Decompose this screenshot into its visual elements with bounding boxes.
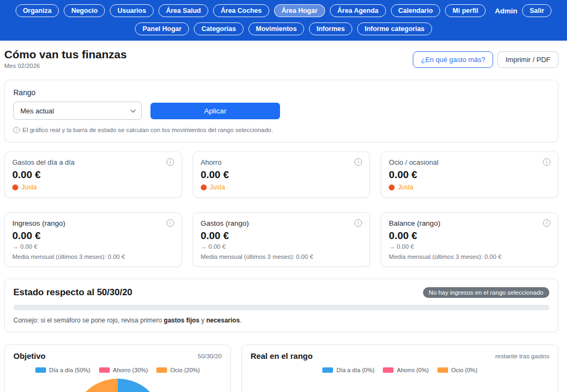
legend-item-ahorro[interactable]: Ahorro (0%) [383, 367, 428, 373]
legend-item-ocio[interactable]: Ocio (0%) [437, 367, 478, 373]
card-value: 0.00 € [201, 169, 362, 181]
objetivo-legend: Día a día (50%) Ahorro (30%) Ocio (20%) [13, 367, 222, 373]
subnav-movimientos[interactable]: Movimientos [248, 22, 304, 35]
legend-item-ocio[interactable]: Ocio (20%) [156, 367, 200, 373]
nav-item-mi-perfil[interactable]: Mi perfil [445, 4, 486, 17]
legend-label: Día a día (50%) [49, 367, 90, 373]
legend-label: Ahorro (30%) [113, 367, 148, 373]
range-select-value: Mes actual [20, 107, 54, 115]
card-gastos-dia: Gastos del día a día i 0.00 € Justa [4, 151, 182, 198]
card-value: 0.00 € [12, 169, 174, 181]
card-ocio: Ocio / ocasional i 0.00 € Justa [381, 151, 558, 198]
consejo-bold: necesarios [206, 317, 240, 324]
card-secondary-value: → 0.00 € [201, 243, 362, 250]
legend-swatch-orange [156, 367, 167, 373]
objetivo-donut [72, 379, 163, 392]
card-balance-rango: Balance (rango) i 0.00 € → 0.00 € Media … [381, 212, 558, 267]
real-title: Real en el rango [251, 351, 313, 360]
card-title: Balance (rango) [389, 219, 440, 227]
info-icon[interactable]: i [354, 219, 362, 227]
legend-swatch-pink [99, 367, 110, 373]
status-dot-icon [201, 185, 207, 190]
real-card: Real en el rango restante tras gastos Dí… [241, 344, 558, 392]
main-nav: Organiza Negocio Usuarios Área Salud Áre… [0, 0, 567, 20]
consejo-text: Consejo: si el semáforo se pone rojo, re… [13, 317, 164, 324]
card-title: Ocio / ocasional [389, 158, 439, 166]
nav-item-calendario[interactable]: Calendario [391, 4, 441, 17]
nav-item-area-agenda[interactable]: Área Agenda [330, 4, 386, 17]
nav-item-area-coches[interactable]: Área Coches [213, 4, 269, 17]
subnav-categorias[interactable]: Categorias [194, 22, 244, 35]
user-name-label: Admin [495, 7, 517, 15]
subnav-panel-hogar[interactable]: Panel Hogar [135, 22, 189, 35]
subnav-informes[interactable]: Informes [309, 22, 352, 35]
card-value: 0.00 € [389, 169, 550, 181]
nav-item-usuarios[interactable]: Usuarios [110, 4, 154, 17]
info-icon[interactable]: i [543, 158, 550, 166]
status-label: Justa [210, 183, 225, 191]
nav-item-organiza[interactable]: Organiza [16, 4, 59, 17]
nav-item-area-hogar[interactable]: Área Hogar [274, 4, 325, 17]
info-icon[interactable]: i [167, 158, 174, 166]
card-value: 0.00 € [201, 230, 362, 242]
estado-badge: No hay ingresos en el rango seleccionado [423, 287, 549, 298]
card-value: 0.00 € [12, 230, 174, 242]
legend-label: Ocio (20%) [170, 367, 200, 373]
card-value: 0.00 € [389, 230, 550, 242]
estado-card: Estado respecto al 50/30/20 No hay ingre… [4, 279, 558, 332]
legend-item-dia[interactable]: Día a día (0%) [322, 367, 374, 373]
legend-label: Ahorro (0%) [397, 367, 428, 373]
chevron-down-icon [131, 107, 136, 112]
legend-item-ahorro[interactable]: Ahorro (30%) [99, 367, 148, 373]
rango-help-text: El gráfico real y la barra de estado se … [22, 127, 273, 133]
logout-button[interactable]: Salir [522, 4, 551, 17]
rango-label: Rango [13, 88, 549, 97]
estado-consejo: Consejo: si el semáforo se pone rojo, re… [13, 317, 549, 324]
legend-label: Ocio (0%) [451, 367, 478, 373]
card-title: Gastos (rango) [201, 219, 249, 227]
card-media-text: Media mensual (últimos 3 meses): 0.00 € [389, 253, 550, 260]
info-icon: i [13, 127, 20, 133]
card-secondary-value: → 0.00 € [389, 243, 550, 250]
gasto-mas-button[interactable]: ¿En qué gasto más? [413, 51, 493, 68]
card-gastos-rango: Gastos (rango) i 0.00 € → 0.00 € Media m… [193, 212, 371, 267]
status-dot-icon [12, 185, 18, 190]
legend-item-dia[interactable]: Día a día (50%) [35, 367, 90, 373]
card-ingresos-rango: Ingresos (rango) i 0.00 € → 0.00 € Media… [4, 212, 182, 267]
top-navbar: Organiza Negocio Usuarios Área Salud Áre… [0, 0, 567, 41]
estado-title: Estado respecto al 50/30/20 [13, 287, 132, 298]
print-pdf-button[interactable]: Imprimir / PDF [497, 51, 558, 68]
card-title: Gastos del día a día [12, 158, 74, 166]
page-header: Cómo van tus finanzas Mes 02/2026 ¿En qu… [4, 48, 558, 69]
rango-help: i El gráfico real y la barra de estado s… [13, 127, 549, 133]
info-icon[interactable]: i [354, 158, 362, 166]
nav-item-negocio[interactable]: Negocio [64, 4, 105, 17]
sub-nav: Panel Hogar Categorias Movimientos Infor… [0, 20, 567, 41]
estado-progress-bar [13, 305, 549, 310]
legend-swatch-blue [35, 367, 46, 373]
objetivo-title: Objetivo [13, 351, 46, 360]
status-label: Justa [398, 183, 413, 191]
card-media-text: Media mensual (últimos 3 meses): 0.00 € [201, 253, 362, 260]
card-media-text: Media mensual (últimos 3 meses): 0.00 € [12, 253, 174, 260]
subnav-informe-categorias[interactable]: Informe categorias [357, 22, 432, 35]
legend-label: Día a día (0%) [336, 367, 374, 373]
real-note: restante tras gastos [495, 353, 549, 359]
nav-item-area-salud[interactable]: Área Salud [158, 4, 208, 17]
apply-button[interactable]: Aplicar [150, 103, 280, 119]
consejo-bold: gastos fijos [164, 317, 200, 324]
legend-swatch-orange [437, 367, 448, 373]
main-content: Cómo van tus finanzas Mes 02/2026 ¿En qu… [0, 48, 567, 392]
card-secondary-value: → 0.00 € [12, 243, 174, 250]
range-cards-row: Ingresos (rango) i 0.00 € → 0.00 € Media… [4, 212, 558, 267]
legend-swatch-blue [322, 367, 333, 373]
page-title: Cómo van tus finanzas [4, 48, 127, 61]
range-select[interactable]: Mes actual [13, 102, 142, 120]
info-icon[interactable]: i [543, 219, 550, 227]
consejo-text: . [240, 317, 241, 324]
card-ahorro: Ahorro i 0.00 € Justa [193, 151, 371, 198]
status-label: Justa [21, 183, 37, 191]
info-icon[interactable]: i [167, 219, 174, 227]
objetivo-note: 50/30/20 [198, 353, 222, 359]
card-title: Ahorro [201, 158, 222, 166]
